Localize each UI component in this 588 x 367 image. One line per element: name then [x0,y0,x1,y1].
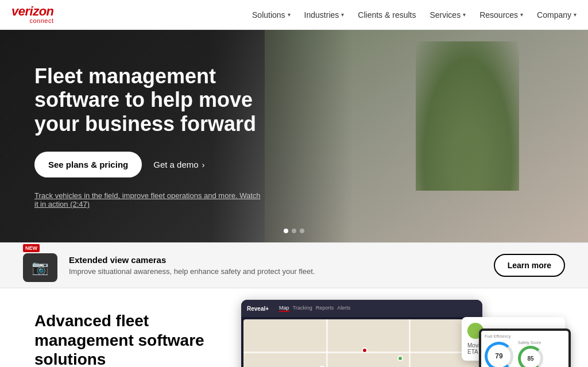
chevron-down-icon: ▾ [520,11,523,18]
hero-buttons: See plans & pricing Get a demo › [34,152,264,177]
tablet-mockup: Fuel Efficiency 79 Safety Score 85 Speed [479,329,571,367]
logo-verizon: verizon [11,5,54,18]
dash-tab-reports[interactable]: Reports [316,305,334,312]
tablet-screen: Fuel Efficiency 79 Safety Score 85 Speed [481,331,568,367]
get-demo-button[interactable]: Get a demo › [153,160,204,169]
nav-solutions[interactable]: Solutions ▾ [252,10,291,20]
hero-carousel-dots [284,229,304,233]
nav-resources[interactable]: Resources ▾ [479,10,523,20]
hero-video-link[interactable]: Track vehicles in the field, improve fle… [34,191,264,208]
promo-banner: NEW Extended view cameras Improve situat… [0,242,588,288]
hero-content: Fleet management software to help move y… [0,30,299,208]
chevron-down-icon: ▾ [574,11,577,18]
tablet-label-safety: Safety Score [518,341,552,345]
banner-text: Extended view cameras Improve situationa… [69,255,482,276]
tablet-label-fuel: Fuel Efficiency [485,334,565,338]
bottom-title: Advanced fleet management software solut… [34,311,218,367]
gauge-fuel: 79 [485,342,513,368]
dash-tab-alerts[interactable]: Alerts [337,305,350,312]
bottom-text-block: Advanced fleet management software solut… [34,311,218,367]
banner-icon-wrap: NEW [23,249,57,282]
carousel-dot-1[interactable] [284,229,288,233]
nav-company[interactable]: Company ▾ [537,10,577,20]
nav-clients[interactable]: Clients & results [358,10,416,20]
carousel-dot-3[interactable] [300,229,304,233]
nav-industries[interactable]: Industries ▾ [304,10,345,20]
gauge-safety: 85 [518,346,543,367]
map-area [243,319,480,367]
gauge-safety-value: 85 [527,356,533,362]
nav-links: Solutions ▾ Industries ▾ Clients & resul… [252,10,577,20]
reveal-logo: Reveal+ [247,306,269,312]
navigation: verizon connect Solutions ▾ Industries ▾… [0,0,588,30]
carousel-dot-2[interactable] [292,229,296,233]
dash-tab-tracking[interactable]: Tracking [293,305,312,312]
gauge-safety-wrap: Safety Score 85 [518,341,552,367]
banner-title: Extended view cameras [69,255,482,265]
gauge-fuel-value: 79 [495,352,502,360]
chevron-down-icon: ▾ [341,11,344,18]
nav-services[interactable]: Services ▾ [430,10,466,20]
logo-connect: connect [11,18,54,24]
hero-section: Fleet management software to help move y… [0,30,588,242]
camera-icon [23,253,57,282]
map-road-v2 [409,319,411,367]
arrow-icon: › [202,160,205,169]
map-pin-1 [362,347,368,353]
dashboard-header: Reveal+ Map Tracking Reports Alerts [241,300,482,317]
bottom-section: Advanced fleet management software solut… [0,288,588,367]
hero-plant [416,41,519,191]
gauge-row: 79 Safety Score 85 [485,341,565,367]
see-plans-button[interactable]: See plans & pricing [34,152,142,177]
chevron-down-icon: ▾ [288,11,291,18]
map-pin-3 [397,356,403,361]
hero-title: Fleet management software to help move y… [34,64,264,136]
banner-description: Improve situational awareness, help enha… [69,267,482,276]
dashboard-tabs: Map Tracking Reports Alerts [279,305,350,312]
dash-tab-map[interactable]: Map [279,305,289,312]
logo[interactable]: verizon connect [11,5,54,24]
chevron-down-icon: ▾ [463,11,466,18]
map-road-v1 [326,319,328,367]
new-badge: NEW [23,244,40,252]
learn-more-button[interactable]: Learn more [494,254,565,277]
dashboard-mockup: Reveal+ Map Tracking Reports Alerts [241,300,482,367]
